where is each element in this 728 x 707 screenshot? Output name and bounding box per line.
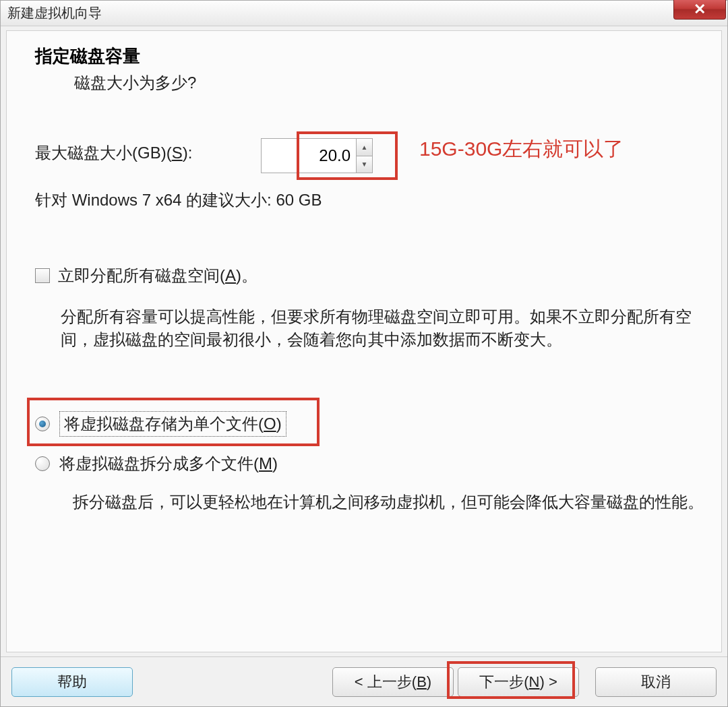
allocate-now-label: 立即分配所有磁盘空间(A)。: [58, 265, 257, 286]
disk-size-spinner[interactable]: ▲ ▼: [261, 138, 373, 173]
store-single-file-label: 将虚拟磁盘存储为单个文件(O): [59, 411, 286, 437]
spinner-up-button[interactable]: ▲: [357, 139, 372, 156]
help-button[interactable]: 帮助: [11, 667, 133, 697]
disk-size-section: 最大磁盘大小(GB)(S): ▲ ▼ 15G-30G左右就可以了: [35, 142, 700, 164]
annotation-text: 15G-30G左右就可以了: [419, 135, 624, 163]
next-button[interactable]: 下一步(N) >: [458, 667, 579, 697]
split-multiple-files-row: 将虚拟磁盘拆分成多个文件(M): [35, 453, 705, 474]
window-title: 新建虚拟机向导: [7, 4, 102, 22]
split-multiple-files-label: 将虚拟磁盘拆分成多个文件(M): [59, 453, 278, 474]
spinner-buttons: ▲ ▼: [356, 139, 372, 173]
store-single-file-radio[interactable]: [35, 417, 50, 431]
close-icon: ✕: [694, 1, 706, 18]
split-multiple-files-radio[interactable]: [35, 456, 50, 471]
page-subtitle: 磁盘大小为多少?: [74, 72, 705, 94]
disk-size-input[interactable]: [262, 146, 356, 165]
allocate-now-checkbox[interactable]: [35, 268, 50, 283]
back-button[interactable]: < 上一步(B): [332, 667, 454, 697]
cancel-button[interactable]: 取消: [595, 667, 717, 697]
store-single-file-row: 将虚拟磁盘存储为单个文件(O): [35, 411, 705, 437]
close-button[interactable]: ✕: [673, 0, 726, 20]
content-area: 指定磁盘容量 磁盘大小为多少? 最大磁盘大小(GB)(S): ▲ ▼ 15G-3…: [6, 30, 722, 652]
recommended-size-text: 针对 Windows 7 x64 的建议大小: 60 GB: [35, 189, 705, 211]
wizard-window: 新建虚拟机向导 ✕ 指定磁盘容量 磁盘大小为多少? 最大磁盘大小(GB)(S):…: [0, 0, 728, 707]
allocate-now-row: 立即分配所有磁盘空间(A)。: [35, 265, 705, 286]
footer-buttons: 帮助 < 上一步(B) 下一步(N) > 取消: [1, 656, 727, 706]
allocate-now-description: 分配所有容量可以提高性能，但要求所有物理磁盘空间立即可用。如果不立即分配所有空间…: [61, 305, 705, 350]
titlebar: 新建虚拟机向导 ✕: [1, 1, 727, 26]
disk-size-label: 最大磁盘大小(GB)(S):: [35, 142, 192, 164]
storage-radio-group: 将虚拟磁盘存储为单个文件(O) 将虚拟磁盘拆分成多个文件(M) 拆分磁盘后，可以…: [35, 411, 705, 514]
split-description: 拆分磁盘后，可以更轻松地在计算机之间移动虚拟机，但可能会降低大容量磁盘的性能。: [73, 491, 705, 514]
page-title: 指定磁盘容量: [35, 44, 705, 68]
spinner-down-button[interactable]: ▼: [357, 156, 372, 173]
disk-size-row: 最大磁盘大小(GB)(S): ▲ ▼ 15G-30G左右就可以了: [35, 142, 700, 164]
